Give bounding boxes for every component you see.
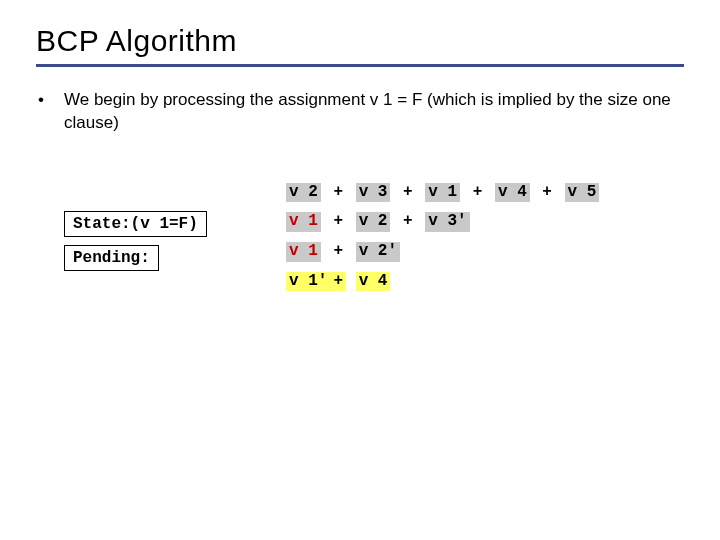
var-v4-yellow: v 4: [356, 272, 391, 292]
op-plus: +: [539, 183, 555, 203]
clauses-block: v 2 + v 3 + v 1 + v 4 + v 5 v 1 + v 2 + …: [286, 183, 599, 301]
bullet-text: We begin by processing the assignment v …: [64, 89, 684, 135]
clause-2: v 1 + v 2 + v 3': [286, 212, 599, 232]
op-plus: +: [330, 212, 346, 232]
var-v1-red: v 1: [286, 242, 321, 262]
state-box: State:(v 1=F): [64, 211, 207, 237]
var-v3p: v 3': [425, 212, 469, 232]
bullet-item: • We begin by processing the assignment …: [36, 89, 684, 135]
state-block: State:(v 1=F) Pending:: [64, 211, 207, 279]
var-v2: v 2: [286, 183, 321, 203]
bullet-marker: •: [36, 89, 64, 112]
clause-1: v 2 + v 3 + v 1 + v 4 + v 5: [286, 183, 599, 203]
clause-3: v 1 + v 2': [286, 242, 599, 262]
op-plus: +: [400, 212, 416, 232]
var-v3: v 3: [356, 183, 391, 203]
var-v2p: v 2': [356, 242, 400, 262]
op-plus: +: [470, 183, 486, 203]
op-plus: +: [400, 183, 416, 203]
var-v1: v 1: [425, 183, 460, 203]
op-plus: +: [330, 183, 346, 203]
var-v1-red: v 1: [286, 212, 321, 232]
pending-box: Pending:: [64, 245, 159, 271]
op-plus-yellow: +: [330, 272, 346, 292]
var-v4: v 4: [495, 183, 530, 203]
clause-4: v 1'+ v 4: [286, 272, 599, 292]
var-v1p-yellow: v 1': [286, 272, 330, 292]
var-v2: v 2: [356, 212, 391, 232]
var-v5: v 5: [565, 183, 600, 203]
title-underline: [36, 64, 684, 67]
slide-title: BCP Algorithm: [36, 24, 684, 58]
op-plus: +: [330, 242, 346, 262]
